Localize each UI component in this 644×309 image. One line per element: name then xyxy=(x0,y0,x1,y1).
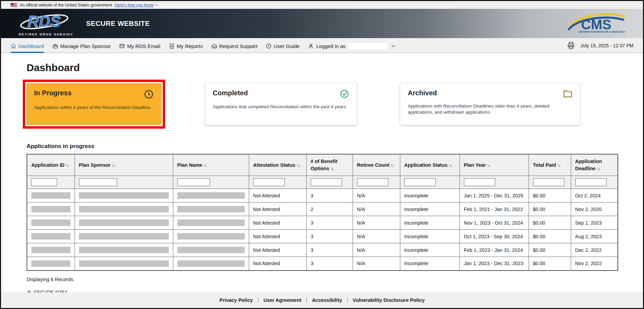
footer-divider xyxy=(306,297,307,303)
nav-item-request-support[interactable]: Request Support xyxy=(211,38,258,53)
envelope-icon xyxy=(119,43,125,49)
table-heading: Applications in progress xyxy=(27,143,617,150)
table-row: Not Attested 2 N/A Incomplete Feb 1, 202… xyxy=(27,202,618,216)
cell-benefit-options: 3 xyxy=(306,257,353,271)
cell-application-deadline: Sep 1, 2023 xyxy=(571,216,618,230)
footer-divider xyxy=(258,297,258,303)
cell-attestation-status: Not Attested xyxy=(249,202,306,216)
cell-application-deadline: Nov 2, 2022 xyxy=(571,257,618,271)
cell-total-paid: $0.00 xyxy=(529,202,571,216)
redacted-plan-name xyxy=(177,219,245,226)
footer-link-privacy-policy[interactable]: Privacy Policy xyxy=(220,297,253,303)
secure-area-label: SECURE AREA xyxy=(34,290,68,292)
column-header-total-paid[interactable]: Total Paid↑↓ xyxy=(529,154,571,176)
nav-item-manage-plan-sponsor[interactable]: Manage Plan Sponsor xyxy=(52,38,111,53)
folder-icon xyxy=(563,89,573,98)
redacted-application-id xyxy=(31,247,70,253)
column-header-attestation-status[interactable]: Attestation Status↑↓ xyxy=(249,154,306,176)
column-header-plan-year[interactable]: Plan Year↑↓ xyxy=(460,154,529,176)
redacted-application-id xyxy=(31,260,70,267)
cell-total-paid: $0.00 xyxy=(529,230,571,243)
home-icon xyxy=(11,43,16,49)
card-title: Archived xyxy=(408,89,437,97)
cell-application-deadline: Nov 2, 2020 xyxy=(571,202,618,216)
column-header-application-deadline[interactable]: Application Deadline↑↓ xyxy=(571,154,618,176)
filter-application-deadline[interactable] xyxy=(575,178,607,186)
filter-plan-year[interactable] xyxy=(464,178,495,186)
how-you-know-link[interactable]: Here's how you know xyxy=(115,3,158,7)
redacted-plan-name xyxy=(177,206,245,212)
logged-in-label: Logged in as xyxy=(316,43,345,49)
column-header-benefit-options[interactable]: # of Benefit Options↑↓ xyxy=(306,154,353,176)
card-archived[interactable]: Archived Applications with Reconciliatio… xyxy=(400,83,580,125)
printer-icon xyxy=(566,41,576,50)
logged-in-user-select[interactable] xyxy=(348,42,388,50)
cell-attestation-status: Not Attested xyxy=(249,257,306,271)
column-header-plan-sponsor[interactable]: Plan Sponsor↑↓ xyxy=(75,154,173,176)
cell-benefit-options: 3 xyxy=(306,189,353,202)
nav-item-user-guide[interactable]: User Guide xyxy=(266,38,300,53)
redacted-plan-sponsor xyxy=(79,247,169,253)
column-header-plan-name[interactable]: Plan Name↑↓ xyxy=(173,154,249,176)
sort-icon: ↑↓ xyxy=(64,163,68,168)
table-row: Not Attested 3 N/A Incomplete Oct 1, 202… xyxy=(27,230,618,243)
redacted-application-id xyxy=(31,206,70,212)
filter-benefit-options[interactable] xyxy=(311,178,342,186)
sort-icon: ↑↓ xyxy=(448,163,452,168)
filter-retiree-count[interactable] xyxy=(357,178,388,186)
filter-attestation-status[interactable] xyxy=(253,178,285,186)
footer-link-user-agreement[interactable]: User Agreement xyxy=(263,297,301,303)
filter-plan-sponsor[interactable] xyxy=(79,178,117,186)
sort-icon: ↑↓ xyxy=(111,163,115,168)
column-header-application-status[interactable]: Application Status↑↓ xyxy=(400,154,460,176)
filter-application-status[interactable] xyxy=(404,178,436,186)
cell-application-status: Incomplete xyxy=(400,230,460,243)
card-title: In Progress xyxy=(34,89,71,97)
column-header-application-id[interactable]: Application ID↑↓ xyxy=(27,154,75,176)
cell-plan-year: Jan 1, 2025 - Dec 31, 2025 xyxy=(460,189,529,202)
card-description: Applications that completed Reconciliati… xyxy=(213,104,349,110)
cell-total-paid: $0.00 xyxy=(529,243,571,257)
gov-banner: An official website of the United States… xyxy=(1,1,643,9)
cell-plan-year: Feb 1, 2021 - Jan 31, 2022 xyxy=(460,202,529,216)
info-icon xyxy=(266,43,272,49)
briefcase-icon xyxy=(52,43,58,49)
print-button[interactable] xyxy=(566,41,576,50)
footer-link-accessibility[interactable]: Accessibility xyxy=(312,297,342,303)
cms-logo-subtitle: CENTERS FOR MEDICARE & MEDICAID SERVICES xyxy=(578,31,625,33)
cell-attestation-status: Not Attested xyxy=(249,230,306,243)
redacted-plan-sponsor xyxy=(79,219,169,226)
status-cards: In Progress Applications within 4 years … xyxy=(23,80,617,129)
cell-attestation-status: Not Attested xyxy=(249,216,306,230)
filter-plan-name[interactable] xyxy=(177,178,210,186)
card-completed[interactable]: Completed Applications that completed Re… xyxy=(205,83,357,125)
rds-logo-text: RDS xyxy=(28,13,61,30)
screen: An official website of the United States… xyxy=(0,0,644,309)
table-filter-row xyxy=(27,176,618,189)
card-description: Applications with Reconciliation Deadlin… xyxy=(408,103,573,115)
cell-retiree-count: N/A xyxy=(353,230,400,243)
card-in-progress[interactable]: In Progress Applications within 4 years … xyxy=(26,83,162,125)
site-header: RDS Retiree Drug Subsidy SECURE WEBSITE … xyxy=(1,9,643,38)
filter-total-paid[interactable] xyxy=(533,178,564,186)
redacted-plan-name xyxy=(177,247,245,253)
cell-retiree-count: N/A xyxy=(353,243,400,257)
sort-icon: ↑↓ xyxy=(329,166,333,171)
nav-item-dashboard[interactable]: DashBoard xyxy=(11,38,44,53)
us-flag-icon xyxy=(11,3,17,7)
footer-link-vulnerability-disclosure[interactable]: Vulnerability Disclosure Policy xyxy=(353,297,424,303)
redacted-application-id xyxy=(31,233,70,240)
cell-plan-year: Nov 1, 2023 - Oct 31, 2024 xyxy=(460,216,529,230)
user-icon xyxy=(308,43,314,49)
filter-application-id[interactable] xyxy=(31,178,57,186)
cell-application-deadline: Aug 2, 2023 xyxy=(571,230,618,243)
cell-plan-year: Oct 1, 2023 - Sep 30, 2024 xyxy=(460,230,529,243)
card-title: Completed xyxy=(213,89,248,97)
column-header-retiree-count[interactable]: Retiree Count↑↓ xyxy=(353,154,400,176)
table-row: Not Attested 3 N/A Incomplete Jan 1, 202… xyxy=(27,257,618,271)
nav-item-my-reports[interactable]: My Reports xyxy=(169,38,203,53)
records-count: Displaying 6 Records. xyxy=(27,277,617,282)
nav-item-my-rds-email[interactable]: My RDS Email xyxy=(119,38,160,53)
annotation-highlight-box: In Progress Applications within 4 years … xyxy=(23,80,165,129)
redacted-plan-name xyxy=(177,192,245,199)
